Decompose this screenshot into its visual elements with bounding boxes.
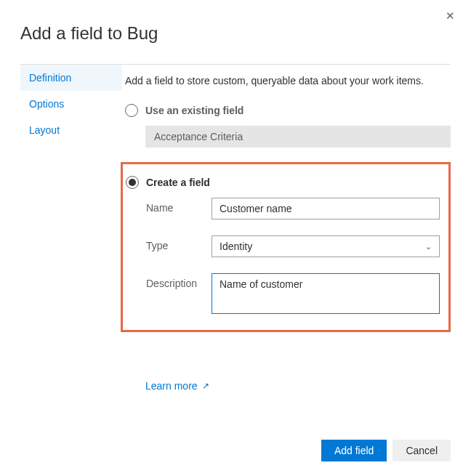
add-field-button[interactable]: Add field — [321, 440, 387, 461]
description-input[interactable] — [212, 273, 440, 314]
field-row-name: Name — [146, 198, 440, 219]
cancel-button[interactable]: Cancel — [392, 440, 451, 461]
field-row-description: Description — [146, 273, 440, 314]
existing-field-select: Acceptance Criteria — [145, 126, 451, 148]
intro-text: Add a field to store custom, queryable d… — [125, 75, 451, 86]
sidebar-item-options[interactable]: Options — [20, 91, 122, 117]
radio-create-field[interactable]: Create a field — [126, 176, 440, 189]
add-field-dialog: ✕ Add a field to Bug Definition Options … — [0, 0, 471, 476]
radio-icon — [125, 104, 138, 117]
sidebar-item-label: Options — [29, 98, 64, 110]
sidebar-item-label: Layout — [29, 124, 60, 136]
create-field-section: Create a field Name Type Identity ⌄ Desc… — [121, 162, 451, 332]
chevron-down-icon: ⌄ — [425, 242, 432, 251]
external-link-icon: ↗ — [202, 381, 209, 391]
name-input[interactable] — [212, 198, 440, 219]
description-label: Description — [146, 273, 212, 289]
radio-existing-field[interactable]: Use an existing field — [125, 104, 451, 117]
learn-more-link[interactable]: Learn more ↗ — [145, 380, 209, 392]
dialog-footer: Add field Cancel — [20, 425, 451, 461]
sidebar-item-layout[interactable]: Layout — [20, 117, 122, 143]
radio-label: Create a field — [146, 177, 210, 188]
dialog-body: Definition Options Layout Add a field to… — [20, 65, 451, 425]
learn-more-label: Learn more — [145, 380, 198, 392]
type-select[interactable]: Identity ⌄ — [212, 235, 440, 257]
content-pane: Add a field to store custom, queryable d… — [122, 65, 451, 425]
radio-label: Use an existing field — [145, 105, 243, 116]
close-icon: ✕ — [446, 9, 455, 22]
close-button[interactable]: ✕ — [446, 10, 455, 21]
type-label: Type — [146, 235, 212, 251]
field-row-type: Type Identity ⌄ — [146, 235, 440, 257]
sidebar: Definition Options Layout — [20, 65, 122, 425]
sidebar-item-definition[interactable]: Definition — [20, 65, 122, 91]
existing-field-value: Acceptance Criteria — [154, 131, 243, 142]
name-label: Name — [146, 198, 212, 214]
dialog-title: Add a field to Bug — [20, 23, 451, 44]
sidebar-item-label: Definition — [29, 72, 71, 84]
radio-icon — [126, 176, 139, 189]
type-value: Identity — [220, 241, 252, 252]
